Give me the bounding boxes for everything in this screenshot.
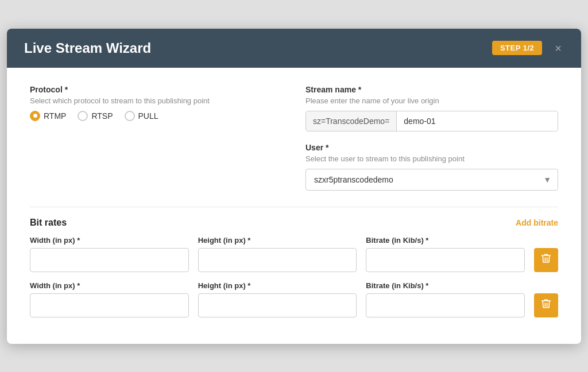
user-select[interactable]: szxr5ptranscodedemo xyxy=(305,169,558,191)
bitrate-rate-input-1[interactable] xyxy=(366,248,525,272)
modal-title: Live Stream Wizard xyxy=(24,40,151,56)
protocol-label: Protocol * xyxy=(30,85,271,94)
bitrates-title: Bit rates xyxy=(30,218,67,228)
bitrate-row-1: Width (in px) * Height (in px) * Bitrate… xyxy=(30,236,558,272)
radio-rtsp[interactable]: RTSP xyxy=(78,111,113,121)
bitrate-rate-field-2: Bitrate (in Kib/s) * xyxy=(366,281,525,317)
close-button[interactable]: × xyxy=(552,41,564,55)
section-divider xyxy=(30,207,558,207)
bitrate-width-input-2[interactable] xyxy=(30,293,189,317)
bitrate-width-label-2: Width (in px) * xyxy=(30,281,189,290)
step-badge: STEP 1/2 xyxy=(492,41,542,55)
stream-name-input[interactable] xyxy=(397,111,558,131)
radio-rtmp-label: RTMP xyxy=(44,111,66,121)
bitrate-rate-label-2: Bitrate (in Kib/s) * xyxy=(366,281,525,290)
bitrate-width-field-2: Width (in px) * xyxy=(30,281,189,317)
user-sublabel: Select the user to stream to this publis… xyxy=(305,154,558,163)
bitrates-header: Bit rates Add bitrate xyxy=(30,218,558,228)
bitrates-section: Bit rates Add bitrate Width (in px) * He… xyxy=(30,218,558,317)
delete-bitrate-button-2[interactable] xyxy=(534,293,558,317)
protocol-section: Protocol * Select which protocol to stre… xyxy=(30,85,271,191)
bitrate-height-input-2[interactable] xyxy=(198,293,357,317)
modal-container: Live Stream Wizard STEP 1/2 × Protocol *… xyxy=(7,29,581,344)
bitrate-width-label-1: Width (in px) * xyxy=(30,236,189,245)
radio-rtsp-circle xyxy=(78,111,88,121)
bitrate-rate-label-1: Bitrate (in Kib/s) * xyxy=(366,236,525,245)
bitrate-height-field-2: Height (in px) * xyxy=(198,281,357,317)
radio-rtsp-label: RTSP xyxy=(91,111,113,121)
radio-rtmp[interactable]: RTMP xyxy=(30,111,66,121)
delete-bitrate-button-1[interactable] xyxy=(534,248,558,272)
add-bitrate-button[interactable]: Add bitrate xyxy=(516,218,558,227)
trash-icon-2 xyxy=(540,298,552,312)
stream-name-prefix: sz=TranscodeDemo= xyxy=(306,111,397,131)
bitrate-rate-field-1: Bitrate (in Kib/s) * xyxy=(366,236,525,272)
user-label: User * xyxy=(305,143,558,152)
header-right: STEP 1/2 × xyxy=(492,41,564,55)
bitrate-height-label-2: Height (in px) * xyxy=(198,281,357,290)
stream-name-label: Stream name * xyxy=(305,85,558,94)
radio-pull[interactable]: PULL xyxy=(125,111,158,121)
modal-header: Live Stream Wizard STEP 1/2 × xyxy=(7,29,581,68)
bitrate-rate-input-2[interactable] xyxy=(366,293,525,317)
modal-body: Protocol * Select which protocol to stre… xyxy=(7,68,581,344)
trash-icon-1 xyxy=(540,253,552,267)
stream-user-section: Stream name * Please enter the name of y… xyxy=(305,85,558,191)
user-select-wrapper: szxr5ptranscodedemo ▼ xyxy=(305,169,558,191)
bitrate-height-label-1: Height (in px) * xyxy=(198,236,357,245)
radio-rtmp-circle xyxy=(30,111,40,121)
bitrate-width-input-1[interactable] xyxy=(30,248,189,272)
bitrate-width-field-1: Width (in px) * xyxy=(30,236,189,272)
stream-name-input-group: sz=TranscodeDemo= xyxy=(305,111,558,131)
form-top-row: Protocol * Select which protocol to stre… xyxy=(30,85,558,191)
radio-pull-label: PULL xyxy=(138,111,158,121)
bitrate-row-2: Width (in px) * Height (in px) * Bitrate… xyxy=(30,281,558,317)
bitrate-height-field-1: Height (in px) * xyxy=(198,236,357,272)
radio-pull-circle xyxy=(125,111,135,121)
protocol-radio-group: RTMP RTSP PULL xyxy=(30,111,271,121)
stream-name-sublabel: Please enter the name of your live origi… xyxy=(305,96,558,105)
bitrate-height-input-1[interactable] xyxy=(198,248,357,272)
protocol-sublabel: Select which protocol to stream to this … xyxy=(30,96,271,105)
